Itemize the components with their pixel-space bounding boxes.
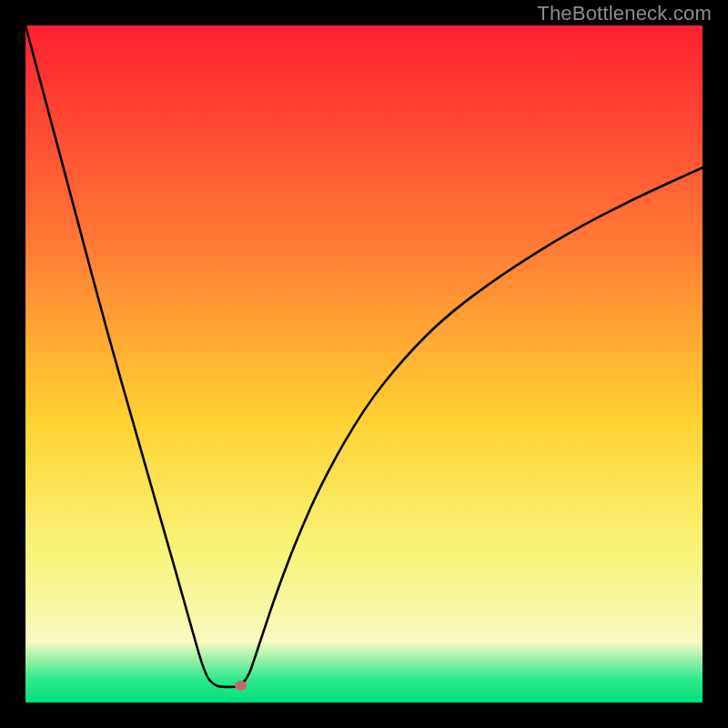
chart-plot-area bbox=[25, 25, 703, 703]
chart-svg bbox=[25, 25, 703, 703]
gradient-background bbox=[25, 25, 703, 703]
chart-frame: TheBottleneck.com bbox=[0, 0, 728, 728]
watermark-text: TheBottleneck.com bbox=[537, 2, 712, 25]
highlight-point bbox=[235, 681, 247, 691]
